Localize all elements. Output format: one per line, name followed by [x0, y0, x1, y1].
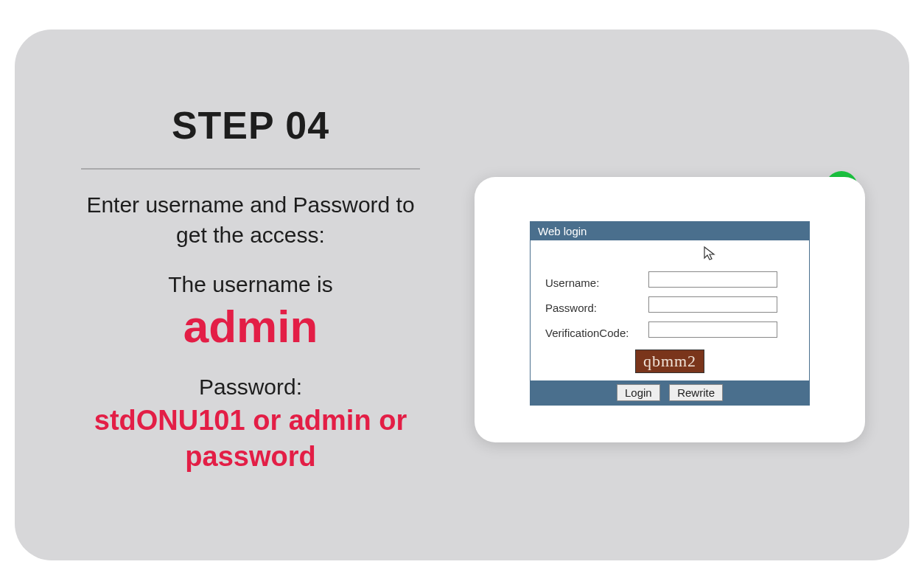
password-field-label: Password: — [545, 302, 648, 314]
web-login-title: Web login — [531, 222, 809, 240]
instruction-text: Enter username and Pass­word to get the … — [74, 190, 427, 250]
username-input[interactable] — [648, 271, 777, 288]
rewrite-button[interactable]: Rewrite — [669, 384, 723, 401]
right-column: Web login Username: Password: Verificati… — [475, 177, 865, 442]
verification-input[interactable] — [648, 321, 777, 338]
login-button[interactable]: Login — [617, 384, 660, 401]
username-label: The username is — [74, 272, 427, 297]
web-login-footer: Login Rewrite — [531, 380, 809, 405]
step-card: STEP 04 Enter username and Pass­word to … — [15, 29, 909, 560]
step-title: STEP 04 — [74, 103, 427, 147]
left-column: STEP 04 Enter username and Pass­word to … — [74, 103, 427, 476]
captcha-image: qbmm2 — [635, 350, 704, 373]
web-login-body: Username: Password: VerificationCode: qb… — [531, 240, 809, 380]
username-value: admin — [74, 300, 427, 352]
username-row: Username: — [531, 270, 809, 295]
verification-field-label: VerificationCode: — [545, 327, 648, 339]
username-field-label: Username: — [545, 277, 648, 289]
password-label: Password: — [74, 375, 427, 400]
login-screenshot: Web login Username: Password: Verificati… — [475, 177, 865, 442]
divider — [81, 168, 420, 170]
verification-row: VerificationCode: — [531, 320, 809, 345]
password-options: stdONU101 or admin or password — [74, 403, 427, 476]
web-login-panel: Web login Username: Password: Verificati… — [530, 221, 810, 406]
password-input[interactable] — [648, 296, 777, 313]
captcha-row: qbmm2 — [531, 350, 809, 373]
password-row: Password: — [531, 295, 809, 320]
